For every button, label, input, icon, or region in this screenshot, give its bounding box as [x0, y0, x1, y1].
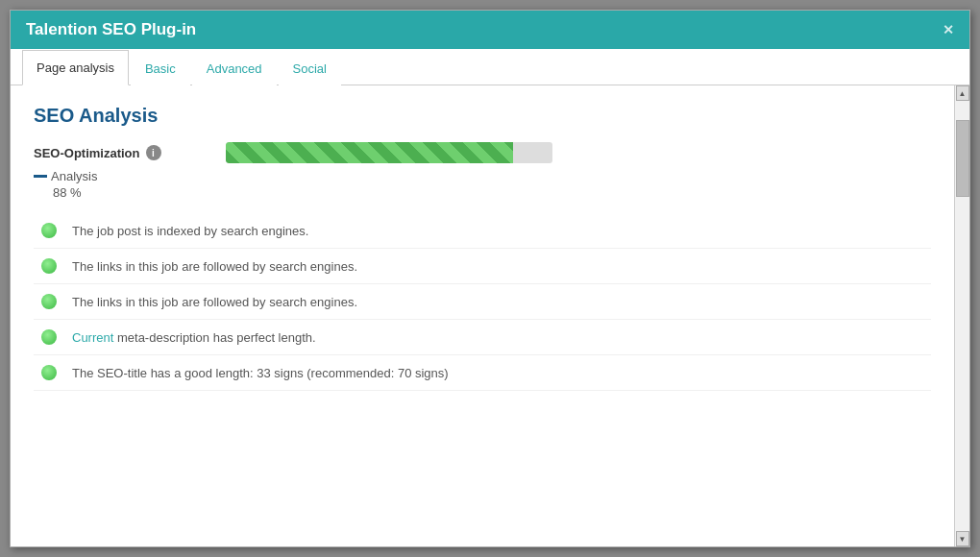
scrollbar: ▲ ▼ — [954, 85, 969, 546]
title-bar: Talention SEO Plug-in ✕ — [11, 11, 969, 49]
scrollbar-down-arrow[interactable]: ▼ — [956, 531, 969, 546]
section-title: SEO Analysis — [34, 105, 931, 127]
content-area: SEO Analysis SEO-Optimization i Analysis — [11, 85, 969, 546]
check-item: The links in this job are followed by se… — [34, 249, 931, 284]
info-icon[interactable]: i — [146, 145, 161, 160]
seo-optimization-row: SEO-Optimization i — [34, 142, 931, 163]
seo-optimization-label: SEO-Optimization i — [34, 145, 207, 160]
check-item: The links in this job are followed by se… — [34, 284, 931, 320]
tab-social[interactable]: Social — [279, 51, 341, 85]
tabs-bar: Page analysis Basic Advanced Social — [11, 49, 969, 85]
scrollbar-up-arrow[interactable]: ▲ — [956, 85, 969, 101]
status-dot-1 — [41, 223, 57, 238]
status-dot-4 — [41, 329, 57, 345]
check-item-text-3: The links in this job are followed by se… — [72, 295, 357, 309]
progress-bar-fill — [226, 142, 513, 163]
tab-page-analysis[interactable]: Page analysis — [22, 50, 129, 85]
window-title: Talention SEO Plug-in — [26, 20, 196, 39]
close-icon[interactable]: ✕ — [943, 22, 954, 37]
tab-basic[interactable]: Basic — [131, 51, 190, 85]
progress-bar-container — [226, 142, 552, 163]
analysis-label[interactable]: Analysis — [51, 169, 97, 183]
plugin-window: Talention SEO Plug-in ✕ Page analysis Ba… — [10, 10, 970, 547]
check-items: The job post is indexed by search engine… — [34, 213, 931, 391]
status-dot-5 — [41, 365, 57, 380]
dash-icon — [34, 175, 47, 178]
check-item-text-2: The links in this job are followed by se… — [72, 259, 357, 274]
check-item-text-5: The SEO-title has a good length: 33 sign… — [72, 366, 449, 380]
check-item: Current meta-description has perfect len… — [34, 320, 931, 355]
scrollbar-thumb[interactable] — [956, 120, 969, 197]
tab-advanced[interactable]: Advanced — [192, 51, 277, 85]
check-item-text-4: Current meta-description has perfect len… — [72, 330, 316, 345]
analysis-row: Analysis — [34, 169, 931, 183]
check-item: The SEO-title has a good length: 33 sign… — [34, 355, 931, 391]
main-content: SEO Analysis SEO-Optimization i Analysis — [11, 85, 954, 546]
check-item: The job post is indexed by search engine… — [34, 213, 931, 249]
progress-percent: 88 % — [53, 185, 931, 200]
status-dot-2 — [41, 258, 57, 274]
check-item-text-1: The job post is indexed by search engine… — [72, 224, 308, 238]
status-dot-3 — [41, 294, 57, 309]
